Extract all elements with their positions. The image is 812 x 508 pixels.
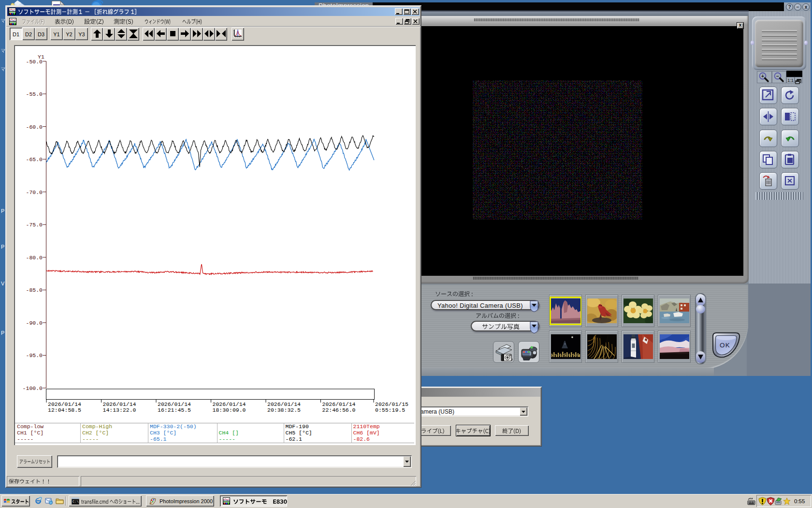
svg-text:-55.0: -55.0 (26, 91, 43, 97)
svg-text:-75.0: -75.0 (26, 222, 43, 228)
svg-text:18:30:09.0: 18:30:09.0 (213, 407, 246, 413)
svg-text:-100.0: -100.0 (23, 385, 43, 391)
svg-text:14:13:22.0: 14:13:22.0 (103, 407, 136, 413)
svg-text:-85.0: -85.0 (26, 287, 43, 293)
svg-text:-70.0: -70.0 (26, 189, 43, 195)
svg-text:20:38:32.5: 20:38:32.5 (267, 407, 301, 413)
svg-text:-80.0: -80.0 (26, 254, 43, 261)
svg-text:-50.0: -50.0 (26, 59, 43, 65)
svg-text:12:04:58.5: 12:04:58.5 (48, 407, 81, 413)
svg-text:-65.0: -65.0 (26, 156, 43, 163)
svg-text:0:55:19.5: 0:55:19.5 (375, 407, 405, 413)
svg-text:-90.0: -90.0 (26, 320, 43, 326)
svg-text:-95.0: -95.0 (26, 352, 43, 359)
svg-text:-60.0: -60.0 (26, 124, 43, 130)
svg-text:OK: OK (720, 342, 730, 349)
svg-text:16:21:45.5: 16:21:45.5 (158, 407, 191, 413)
svg-text:22:46:56.0: 22:46:56.0 (322, 407, 356, 413)
svg-text:−: − (776, 74, 779, 79)
svg-text:C:\: C:\ (72, 500, 79, 504)
svg-text:+: + (761, 74, 764, 79)
